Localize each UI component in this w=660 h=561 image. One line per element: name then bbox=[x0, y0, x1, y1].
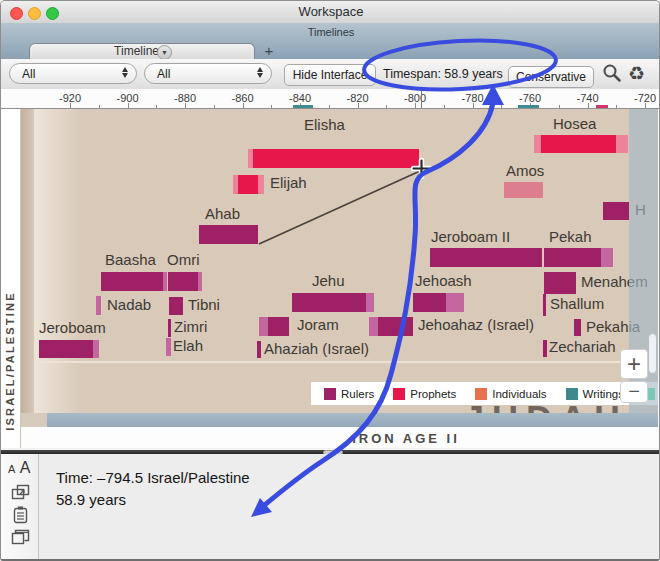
timeline-bar-amos[interactable] bbox=[504, 182, 543, 198]
timeline-bar-pekahia[interactable] bbox=[574, 319, 581, 336]
timeline-bar-omri[interactable] bbox=[198, 272, 202, 291]
timeline-bar-ahab[interactable] bbox=[199, 225, 258, 244]
filter-dropdown-1[interactable]: All bbox=[9, 63, 137, 84]
legend-swatch bbox=[566, 388, 578, 400]
search-icon[interactable] bbox=[601, 62, 623, 84]
zoom-out-button[interactable]: − bbox=[620, 381, 648, 403]
timespan-readout: Timespan: 58.9 years bbox=[383, 67, 508, 81]
timeline-bar-omri[interactable] bbox=[168, 272, 198, 291]
ruler-minor-tick bbox=[156, 105, 157, 108]
timeline-bar-tibni[interactable] bbox=[169, 297, 183, 315]
ruler-tick bbox=[185, 103, 186, 108]
timeline-bar-joram[interactable] bbox=[259, 317, 268, 336]
filter-dropdown-2[interactable]: All bbox=[144, 63, 272, 84]
hide-interface-button[interactable]: Hide Interface bbox=[284, 64, 376, 86]
bar-label-jehoahaz-israel-[interactable]: Jehoahaz (Israel) bbox=[418, 316, 534, 333]
timeline-bar-joram[interactable] bbox=[268, 317, 289, 336]
timeline-bar-pekah[interactable] bbox=[544, 248, 601, 267]
legend-label: Prophets bbox=[410, 388, 456, 400]
timeline-bar-jehoash[interactable] bbox=[446, 293, 464, 312]
bar-label-elijah[interactable]: Elijah bbox=[270, 174, 307, 191]
band-edge-shadow bbox=[21, 109, 35, 413]
legend-label: Rulers bbox=[341, 388, 374, 400]
ruler-minor-tick bbox=[214, 105, 215, 108]
bar-label-joram[interactable]: Joram bbox=[297, 316, 339, 333]
ruler-tick bbox=[588, 103, 589, 108]
timeline-bar-jehoahaz-israel-[interactable] bbox=[378, 317, 413, 336]
timeline-bar-jehu[interactable] bbox=[366, 293, 374, 312]
timeline-bar-jehoahaz-israel-[interactable] bbox=[369, 317, 378, 336]
ruler-event-mark bbox=[596, 105, 608, 108]
status-span: 58.9 years bbox=[56, 491, 126, 508]
legend-item-writings: Writings bbox=[566, 388, 624, 400]
vertical-scrollbar-thumb[interactable] bbox=[648, 333, 657, 374]
timeline-bar-zechariah[interactable] bbox=[543, 340, 547, 357]
timeline-bar-elisha[interactable] bbox=[253, 149, 419, 168]
bar-label-pekah[interactable]: Pekah bbox=[549, 228, 592, 245]
dropdown-arrows-icon bbox=[122, 67, 128, 78]
timeline-bar-nadab[interactable] bbox=[96, 296, 101, 315]
timeline-bar-jeroboam-ii[interactable] bbox=[430, 248, 542, 267]
conservative-button[interactable]: Conservative bbox=[508, 66, 594, 88]
bar-label-elah[interactable]: Elah bbox=[173, 337, 203, 354]
timeline-bar-elijah[interactable] bbox=[238, 175, 258, 194]
timeline-bar-zimri[interactable] bbox=[168, 319, 171, 337]
ruler-tick bbox=[473, 103, 474, 108]
ruler-tick bbox=[415, 103, 416, 108]
timeline-bar-elijah[interactable] bbox=[258, 175, 264, 194]
timeline-ruler[interactable]: -920-900-880-860-840-820-800-780-760-740… bbox=[1, 89, 660, 109]
timeline-bar-hosea[interactable] bbox=[616, 135, 628, 153]
bar-label-zimri[interactable]: Zimri bbox=[174, 318, 207, 335]
bar-label-omri[interactable]: Omri bbox=[167, 251, 200, 268]
timeline-bar-h[interactable] bbox=[603, 202, 629, 220]
timeline-bar-hosea[interactable] bbox=[534, 135, 541, 153]
bar-label-baasha[interactable]: Baasha bbox=[105, 251, 156, 268]
ruler-tick bbox=[70, 103, 71, 108]
timeline-bar-ahaziah-israel-[interactable] bbox=[257, 341, 261, 358]
clipboard-icon[interactable] bbox=[13, 506, 28, 524]
bar-label-jehu[interactable]: Jehu bbox=[312, 272, 345, 289]
bar-label-nadab[interactable]: Nadab bbox=[107, 296, 151, 313]
legend-swatch bbox=[475, 388, 487, 400]
export-window-icon[interactable] bbox=[11, 484, 30, 501]
timeline-bar-baasha[interactable] bbox=[101, 272, 163, 291]
legend-label: Writings bbox=[583, 388, 624, 400]
legend-item-prophets: Prophets bbox=[393, 388, 456, 400]
timeline-bar-jeroboam[interactable] bbox=[93, 340, 99, 358]
ruler-minor-tick bbox=[559, 105, 560, 108]
era-header-strip bbox=[47, 413, 658, 427]
tab-timeline-label: Timeline bbox=[29, 44, 159, 58]
app-window: Workspace Timelines Timeline ▼ + All All… bbox=[0, 0, 660, 561]
timeline-bar-menahem[interactable] bbox=[544, 272, 576, 294]
zoom-in-button[interactable]: + bbox=[620, 349, 648, 379]
bar-label-amos[interactable]: Amos bbox=[506, 162, 544, 179]
timeline-bar-hosea[interactable] bbox=[541, 135, 616, 153]
timeline-bar-shallum[interactable] bbox=[543, 294, 546, 316]
bar-label-hosea[interactable]: Hosea bbox=[553, 115, 596, 132]
cascade-windows-icon[interactable] bbox=[11, 528, 30, 545]
recycle-icon[interactable]: ♻ bbox=[628, 62, 645, 85]
era-sliver bbox=[21, 413, 47, 428]
bar-label-elisha[interactable]: Elisha bbox=[304, 116, 345, 133]
timeline-bar-pekah[interactable] bbox=[601, 248, 613, 267]
cursor-guide-line bbox=[421, 89, 422, 108]
tab-menu-chevron-down-icon[interactable]: ▼ bbox=[157, 45, 172, 60]
bar-label-jehoash[interactable]: Jehoash bbox=[415, 272, 472, 289]
ruler-event-mark bbox=[293, 105, 313, 108]
timeline-bar-jeroboam[interactable] bbox=[39, 340, 93, 358]
new-tab-button[interactable]: + bbox=[259, 42, 279, 58]
timeline-bar-jehoash[interactable] bbox=[413, 293, 446, 312]
bar-label-jeroboam[interactable]: Jeroboam bbox=[39, 319, 106, 336]
bar-label-jeroboam-ii[interactable]: Jeroboam II bbox=[431, 228, 510, 245]
bar-label-ahaziah-israel-[interactable]: Ahaziah (Israel) bbox=[264, 340, 369, 357]
text-size-icon[interactable]: A A bbox=[8, 459, 36, 477]
bar-label-shallum[interactable]: Shallum bbox=[550, 295, 604, 312]
timeline-bar-elah[interactable] bbox=[166, 338, 171, 356]
region-label: ISRAEL/PALESTINE bbox=[4, 266, 18, 456]
ruler-minor-tick bbox=[271, 105, 272, 108]
timeline-bar-baasha[interactable] bbox=[163, 272, 167, 291]
bar-label-tibni[interactable]: Tibni bbox=[188, 296, 220, 313]
bar-label-ahab[interactable]: Ahab bbox=[205, 205, 240, 222]
bar-label-zechariah[interactable]: Zechariah bbox=[549, 338, 616, 355]
timeline-bar-jehu[interactable] bbox=[292, 293, 366, 312]
